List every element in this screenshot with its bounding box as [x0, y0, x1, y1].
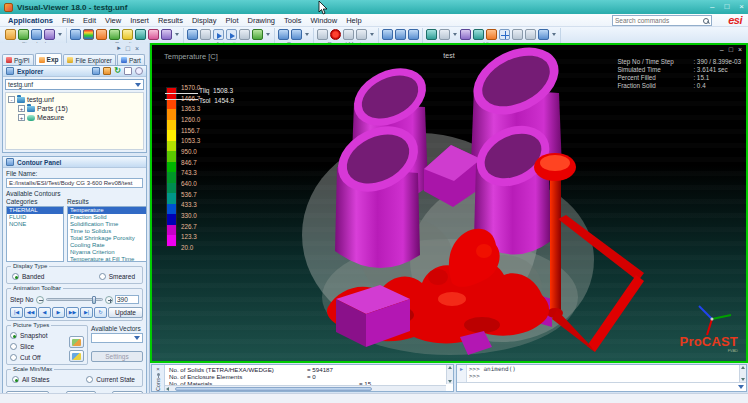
- pan-icon[interactable]: [499, 29, 510, 40]
- next-page-icon[interactable]: [291, 29, 302, 40]
- search-icon[interactable]: [703, 18, 709, 24]
- terminal-lines[interactable]: >>> animend() >>>: [467, 365, 739, 382]
- tab-exp[interactable]: Exp: [35, 53, 63, 65]
- refresh-icon[interactable]: ↻: [114, 67, 121, 75]
- standard-more-icon[interactable]: [58, 33, 62, 36]
- expand-icon[interactable]: +: [18, 114, 25, 121]
- open-icon[interactable]: [5, 29, 16, 40]
- scroll-thumb[interactable]: [175, 387, 372, 391]
- record-icon[interactable]: [330, 29, 341, 40]
- iso-spheres-icon[interactable]: [96, 29, 107, 40]
- result-shrinkage-porosity[interactable]: Total Shrinkage Porosity: [68, 235, 146, 242]
- tree-item-parts[interactable]: + Parts (15): [8, 104, 141, 113]
- fit-icon[interactable]: [538, 29, 549, 40]
- filter-icon[interactable]: [92, 67, 100, 75]
- rotate-icon[interactable]: [473, 29, 484, 40]
- menu-insert[interactable]: Insert: [130, 16, 149, 25]
- export-animation-icon[interactable]: [252, 29, 263, 40]
- result-niyama[interactable]: Niyama Criterion: [68, 249, 146, 256]
- result-time-to-solidus[interactable]: Time to Solidus: [68, 228, 146, 235]
- scroll-down-icon[interactable]: [448, 380, 452, 383]
- scroll-down-icon[interactable]: [741, 378, 745, 381]
- radio-cutoff[interactable]: Cut Off: [10, 353, 69, 362]
- import-icon[interactable]: [18, 29, 29, 40]
- pick-icon[interactable]: [439, 29, 450, 40]
- viewport-minimize-icon[interactable]: –: [720, 45, 724, 54]
- menu-window[interactable]: Window: [311, 16, 338, 25]
- zoom-extents-icon[interactable]: [525, 29, 536, 40]
- fast-rewind-button[interactable]: ◀◀: [24, 307, 37, 318]
- contour-icon[interactable]: [70, 29, 81, 40]
- tab-part[interactable]: Part: [117, 54, 145, 65]
- radio-banded[interactable]: Banded: [12, 272, 44, 281]
- radio-current-state[interactable]: Current State: [86, 375, 135, 384]
- maximize-icon[interactable]: □: [724, 0, 729, 14]
- panel-close-icon[interactable]: ×: [135, 45, 139, 52]
- tree-item-root[interactable]: - testg.unf: [8, 95, 141, 104]
- terminal-input[interactable]: [457, 382, 746, 391]
- page-more-icon[interactable]: [305, 33, 309, 36]
- play-button[interactable]: ▶: [52, 307, 65, 318]
- tab-pgpl[interactable]: Pg/Pl: [2, 54, 34, 65]
- window-layout-1-icon[interactable]: [382, 29, 393, 40]
- console-hscrollbar[interactable]: [165, 385, 446, 391]
- panel-float-icon[interactable]: ▸: [117, 44, 121, 52]
- scroll-up-icon[interactable]: [448, 366, 452, 369]
- viewport-3d[interactable]: – □ × Temperature [C] test Step No / Tim…: [150, 43, 748, 363]
- terminal-vscrollbar[interactable]: [739, 365, 746, 382]
- paint-icon[interactable]: [135, 29, 146, 40]
- new-view-icon[interactable]: [124, 67, 132, 75]
- menu-results[interactable]: Results: [158, 16, 183, 25]
- viewport-close-icon[interactable]: ×: [738, 45, 742, 54]
- menu-drawing[interactable]: Drawing: [247, 16, 275, 25]
- pin-icon[interactable]: [156, 373, 161, 377]
- cutoff-tool-button[interactable]: [69, 350, 84, 362]
- category-fluid[interactable]: FLUID: [7, 214, 63, 221]
- film-icon[interactable]: [317, 29, 328, 40]
- menu-plot[interactable]: Plot: [226, 16, 239, 25]
- result-cooling-rate[interactable]: Cooling Rate: [68, 242, 146, 249]
- result-temp-at-fill[interactable]: Temperature at Fill Time: [68, 256, 146, 262]
- console-tab[interactable]: Console: [155, 378, 161, 391]
- go-first-button[interactable]: |◀: [10, 307, 23, 318]
- category-none[interactable]: NONE: [7, 221, 63, 228]
- settings-button[interactable]: Settings: [91, 351, 143, 362]
- category-thermal[interactable]: THERMAL: [7, 207, 63, 214]
- globe-icon[interactable]: [426, 29, 437, 40]
- layers-icon[interactable]: [122, 29, 133, 40]
- play-icon[interactable]: [213, 29, 224, 40]
- update-button[interactable]: Update: [108, 307, 143, 318]
- file-name-field[interactable]: E:/Installs/ESI/Test/Body CG 3-600 Rev08…: [6, 178, 143, 188]
- slice-tool-button[interactable]: [69, 336, 84, 348]
- copy-icon[interactable]: [31, 29, 42, 40]
- next-frame-icon[interactable]: [226, 29, 237, 40]
- result-temperature[interactable]: Temperature: [68, 207, 146, 214]
- last-frame-icon[interactable]: [239, 29, 250, 40]
- collapse-icon[interactable]: -: [8, 96, 15, 103]
- go-last-button[interactable]: ▶|: [80, 307, 93, 318]
- radio-smeared[interactable]: Smeared: [99, 272, 135, 281]
- menu-applications[interactable]: Applications: [8, 16, 53, 25]
- zoom-window-icon[interactable]: [512, 29, 523, 40]
- expand-icon[interactable]: +: [18, 105, 25, 112]
- scroll-up-icon[interactable]: [741, 366, 745, 369]
- frame-icon[interactable]: [187, 29, 198, 40]
- views-more-icon[interactable]: [552, 33, 556, 36]
- fast-forward-button[interactable]: ▶▶: [66, 307, 79, 318]
- scroll-left-icon[interactable]: [166, 387, 169, 391]
- spin-icon[interactable]: [486, 29, 497, 40]
- previous-page-icon[interactable]: [278, 29, 289, 40]
- result-fraction-solid[interactable]: Fraction Solid: [68, 214, 146, 221]
- results-more-icon[interactable]: [175, 33, 179, 36]
- loop-button[interactable]: ↻: [94, 307, 107, 318]
- radio-snapshot[interactable]: Snapshot: [10, 331, 69, 340]
- stop-icon[interactable]: [356, 29, 367, 40]
- tree-item-measure[interactable]: + Measure: [8, 113, 141, 122]
- section-icon[interactable]: [109, 29, 120, 40]
- radio-slice[interactable]: Slice: [10, 342, 69, 351]
- slider-thumb[interactable]: [92, 296, 96, 304]
- record-more-icon[interactable]: [370, 33, 374, 36]
- step-decrease-icon[interactable]: [36, 296, 44, 304]
- wizard-icon[interactable]: [161, 29, 172, 40]
- pause-icon[interactable]: [343, 29, 354, 40]
